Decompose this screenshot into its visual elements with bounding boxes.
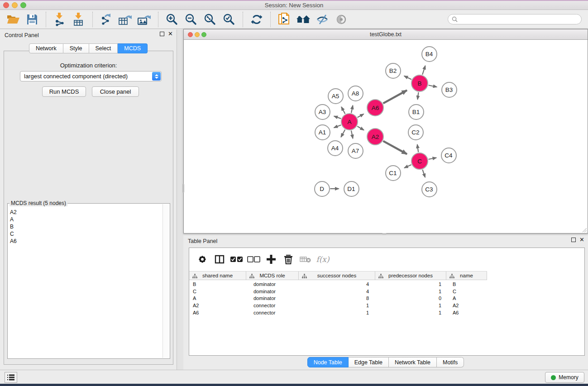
graph-node-A4[interactable]: A4 (327, 140, 343, 156)
graph-edge-A-A2[interactable] (357, 126, 364, 130)
select-all-icon[interactable] (228, 251, 245, 267)
settings-gear-icon[interactable] (194, 251, 211, 267)
import-network-icon[interactable] (51, 11, 68, 28)
graph-edge-A-A6[interactable] (358, 114, 364, 118)
table-tab-node-table[interactable]: Node Table (307, 357, 349, 367)
export-network-icon[interactable] (98, 11, 115, 28)
criterion-select[interactable]: largest connected component (directed) (20, 71, 162, 81)
graph-edge-C-C4[interactable] (429, 157, 436, 159)
mcds-result-item[interactable]: A6 (8, 238, 163, 245)
mcds-result-scrollbar[interactable] (163, 204, 169, 358)
graph-node-A8[interactable]: A8 (348, 86, 363, 101)
graph-edge-A-A4[interactable] (341, 130, 345, 137)
graph-edge-A-A8[interactable] (351, 105, 353, 113)
table-row[interactable]: Adominator80A (189, 295, 584, 302)
graph-node-A2[interactable]: A2 (367, 128, 384, 145)
graph-node-B4[interactable]: B4 (421, 46, 437, 62)
graph-node-B1[interactable]: B1 (408, 104, 424, 120)
table-row[interactable]: Cdominator41C (189, 288, 584, 295)
graph-edge-A-A3[interactable] (334, 116, 341, 119)
graph-node-C3[interactable]: C3 (421, 181, 437, 197)
zoom-in-icon[interactable] (163, 11, 181, 28)
table-tab-network-table[interactable]: Network Table (389, 357, 437, 367)
graph-edge-A-A7[interactable] (351, 131, 353, 138)
export-image-icon[interactable] (136, 11, 153, 28)
hide-graphics-icon[interactable] (314, 11, 331, 28)
task-history-button[interactable] (5, 372, 17, 383)
graph-node-D[interactable]: D (314, 181, 330, 197)
column-header-name[interactable]: name (446, 272, 487, 280)
table-row[interactable]: A2connector11A2 (189, 302, 584, 309)
mcds-result-item[interactable]: A2 (8, 209, 163, 216)
close-panel-button[interactable]: Close panel (92, 86, 139, 97)
save-session-icon[interactable] (24, 11, 41, 28)
graph-node-A6[interactable]: A6 (367, 99, 384, 116)
table-row[interactable]: A6connector11A6 (189, 309, 584, 316)
graph-edge-B-B1[interactable] (417, 92, 418, 100)
graph-node-C[interactable]: C (411, 152, 428, 170)
graph-node-C2[interactable]: C2 (408, 124, 424, 140)
graph-edge-A6-B[interactable] (383, 90, 407, 103)
mcds-result-item[interactable]: B (8, 223, 163, 230)
export-table-icon[interactable] (117, 11, 134, 28)
mcds-result-item[interactable]: C (8, 230, 163, 238)
mcds-result-item[interactable]: A (8, 216, 163, 223)
graph-node-C4[interactable]: C4 (441, 148, 457, 163)
graph-edge-B-B2[interactable] (404, 76, 411, 80)
duplicate-network-icon[interactable] (276, 11, 293, 28)
delete-column-icon[interactable] (280, 251, 297, 267)
graph-node-C1[interactable]: C1 (385, 165, 401, 181)
graph-node-D1[interactable]: D1 (344, 181, 359, 197)
close-panel-icon[interactable]: ✕ (168, 32, 173, 36)
resize-grip-icon[interactable] (581, 226, 587, 233)
table-row[interactable]: Bdominator41B (189, 281, 584, 288)
zoom-selected-icon[interactable] (220, 11, 238, 28)
graph-node-A7[interactable]: A7 (348, 143, 363, 159)
add-column-icon[interactable] (263, 251, 280, 267)
refresh-icon[interactable] (248, 11, 265, 28)
float-panel-icon[interactable] (160, 32, 164, 36)
graph-node-A3[interactable]: A3 (315, 104, 330, 120)
zoom-fit-icon[interactable] (201, 11, 219, 28)
graph-node-B2[interactable]: B2 (385, 63, 401, 79)
import-table-icon[interactable] (70, 11, 87, 28)
column-header-predecessor-nodes[interactable]: predecessor nodes (375, 272, 446, 280)
graph-node-B[interactable]: B (411, 75, 428, 92)
function-builder-icon[interactable]: f(x) (314, 251, 331, 267)
network-vertical-scrollbar[interactable] (182, 184, 184, 193)
search-box[interactable] (448, 14, 582, 24)
run-mcds-button[interactable]: Run MCDS (42, 86, 86, 97)
graph-node-A[interactable]: A (341, 113, 358, 130)
graph-edge-B-B4[interactable] (422, 66, 425, 75)
network-canvas[interactable]: B4B2BB3A5A8A3A6B1AA1C2A2A4A7CC4C1DD1C3 (184, 40, 588, 233)
graph-edge-A-A1[interactable] (334, 125, 341, 128)
tab-style[interactable]: Style (63, 43, 89, 53)
open-session-icon[interactable] (5, 11, 22, 28)
table-tab-edge-table[interactable]: Edge Table (349, 357, 389, 367)
tab-select[interactable]: Select (89, 43, 118, 53)
graph-edge-C-C1[interactable] (404, 165, 411, 168)
graph-edge-A-A5[interactable] (341, 107, 345, 114)
column-header-mcds-role[interactable]: MCDS role (246, 272, 299, 280)
graph-edge-B-B3[interactable] (429, 85, 437, 87)
graph-node-B3[interactable]: B3 (441, 82, 457, 98)
float-table-panel-icon[interactable] (571, 238, 576, 242)
home-icon[interactable] (295, 11, 312, 28)
table-tab-motifs[interactable]: Motifs (437, 357, 464, 367)
graph-edge-A2-C[interactable] (383, 141, 407, 154)
memory-button[interactable]: Memory (545, 372, 584, 383)
tab-mcds[interactable]: MCDS (118, 43, 148, 53)
column-header-successor-nodes[interactable]: successor nodes (299, 272, 375, 280)
show-graphics-icon[interactable] (333, 11, 350, 28)
search-input[interactable] (458, 16, 578, 23)
zoom-out-icon[interactable] (182, 11, 200, 28)
column-header-shared-name[interactable]: shared name (189, 272, 246, 280)
select-spinner-icon[interactable] (152, 72, 161, 81)
graph-node-A1[interactable]: A1 (315, 124, 330, 140)
close-table-panel-icon[interactable]: ✕ (579, 238, 584, 242)
graph-node-A5[interactable]: A5 (328, 88, 344, 104)
graph-edge-C-C2[interactable] (417, 144, 418, 152)
graph-edge-C-C3[interactable] (422, 170, 425, 177)
tab-network[interactable]: Network (29, 43, 63, 53)
network-horizontal-scrollbar[interactable] (382, 233, 387, 235)
